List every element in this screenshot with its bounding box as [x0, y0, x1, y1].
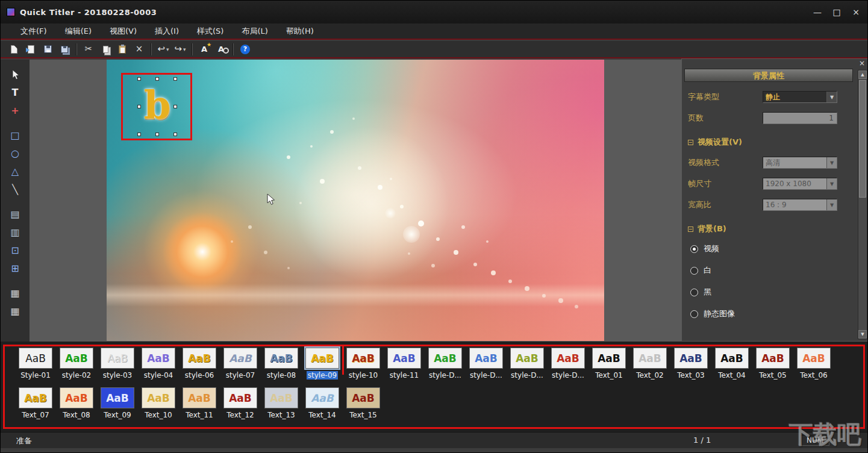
menu-help[interactable]: 帮助(H): [277, 23, 323, 39]
style-item[interactable]: AaBstyle-03: [97, 348, 138, 380]
style-thumbnail[interactable]: AaB: [510, 348, 544, 369]
dropdown-arrow-icon[interactable]: ▾: [183, 46, 186, 52]
style-item[interactable]: AaBText_05: [752, 348, 793, 380]
style-thumbnail[interactable]: AaB: [305, 387, 339, 408]
copy-button[interactable]: [98, 42, 113, 57]
style-thumbnail[interactable]: AaB: [797, 348, 831, 369]
cut-button[interactable]: ✂: [81, 42, 96, 57]
style-item[interactable]: AaBstyle-08: [261, 348, 302, 380]
dropdown-arrow-icon[interactable]: ▾: [166, 46, 169, 52]
style-item[interactable]: AaBstyle-10: [343, 348, 384, 380]
selection-handle[interactable]: [173, 105, 177, 108]
style-item[interactable]: AaBText_11: [179, 387, 220, 419]
style-thumbnail[interactable]: AaB: [387, 348, 421, 369]
style-item[interactable]: AaBText_04: [711, 348, 752, 380]
selection-handle[interactable]: [173, 133, 177, 136]
bring-front-tool[interactable]: ⊡: [5, 242, 25, 258]
new-document-button[interactable]: [6, 42, 22, 57]
panel-scrollbar[interactable]: ▲ ▼: [858, 70, 867, 339]
rectangle-tool[interactable]: □: [5, 127, 25, 143]
line-tool[interactable]: ╲: [5, 181, 25, 198]
menu-file[interactable]: 文件(F): [11, 23, 56, 39]
radio-black[interactable]: 黑: [690, 286, 868, 298]
style-item[interactable]: AaBstyle-11: [384, 348, 425, 380]
style-item[interactable]: AaBText_10: [138, 387, 179, 419]
help-button[interactable]: ?: [237, 42, 253, 57]
style-item[interactable]: AaBstyle-D...: [466, 348, 507, 380]
menu-view[interactable]: 视图(V): [101, 23, 146, 39]
style-thumbnail[interactable]: AaB: [19, 387, 52, 408]
section-video-settings[interactable]: 视频设置(V): [688, 137, 868, 148]
style-thumbnail[interactable]: AaB: [223, 387, 257, 408]
scrollbar-thumb[interactable]: [859, 80, 866, 198]
style-thumbnail[interactable]: AaB: [142, 387, 175, 408]
open-button[interactable]: [23, 42, 39, 57]
text-object-selection[interactable]: b: [140, 80, 175, 134]
panel-close-icon[interactable]: ×: [858, 59, 866, 67]
style-thumbnail[interactable]: AaB: [346, 348, 380, 369]
ellipse-tool[interactable]: ○: [5, 145, 25, 161]
selection-handle[interactable]: [173, 77, 177, 81]
style-thumbnail[interactable]: AaB: [223, 348, 257, 369]
text-tool[interactable]: T: [5, 84, 25, 101]
style-thumbnail[interactable]: AaB: [264, 387, 298, 408]
style-item[interactable]: AaBText_15: [343, 387, 384, 419]
style-thumbnail[interactable]: AaB: [19, 348, 52, 369]
chevron-down-icon[interactable]: ▼: [826, 92, 837, 102]
style-thumbnail[interactable]: AaB: [183, 348, 216, 369]
style-thumbnail[interactable]: AaB: [592, 348, 626, 369]
align-vertical-tool[interactable]: ▥: [5, 224, 25, 240]
section-background[interactable]: 背景(B): [688, 223, 868, 234]
style-thumbnail[interactable]: AaB: [428, 348, 462, 369]
undo-button[interactable]: ↩▾: [155, 42, 171, 57]
scroll-down-icon[interactable]: ▼: [858, 330, 867, 339]
scroll-up-icon[interactable]: ▲: [858, 70, 867, 79]
send-back-tool[interactable]: ⊞: [5, 260, 25, 276]
canvas[interactable]: b: [107, 60, 604, 341]
style-thumbnail[interactable]: AaB: [346, 387, 380, 408]
menu-style[interactable]: 样式(S): [188, 23, 233, 39]
selection-handle[interactable]: [137, 105, 141, 108]
radio-still-image[interactable]: 静态图像: [690, 308, 868, 320]
radio-white[interactable]: 白: [690, 264, 868, 276]
triangle-tool[interactable]: △: [5, 163, 25, 180]
style-thumbnail[interactable]: AaB: [756, 348, 790, 369]
collapse-icon[interactable]: [688, 140, 693, 145]
find-replace-button[interactable]: A: [213, 42, 229, 57]
align-horizontal-tool[interactable]: ▤: [5, 206, 25, 222]
style-thumbnail[interactable]: AaB: [264, 348, 298, 369]
paste-button[interactable]: [114, 42, 130, 57]
style-thumbnail[interactable]: AaB: [60, 387, 93, 408]
menu-edit[interactable]: 编辑(E): [56, 23, 101, 39]
style-item[interactable]: AaBText_02: [629, 348, 670, 380]
style-item[interactable]: AaBText_01: [589, 348, 629, 380]
style-thumbnail[interactable]: AaB: [715, 348, 749, 369]
close-button[interactable]: ×: [851, 7, 861, 17]
select-tool[interactable]: [5, 66, 25, 83]
style-item[interactable]: AaBText_14: [302, 387, 343, 419]
selection-handle[interactable]: [137, 133, 141, 136]
style-item[interactable]: AaBstyle-D...: [425, 348, 466, 380]
style-thumbnail[interactable]: AaB: [101, 348, 134, 369]
maximize-button[interactable]: □: [831, 7, 842, 17]
style-thumbnail[interactable]: AaB: [551, 348, 585, 369]
style-item[interactable]: AaBText_13: [261, 387, 302, 419]
style-library-button[interactable]: A: [196, 42, 212, 57]
save-button[interactable]: [40, 42, 55, 57]
style-item[interactable]: AaBText_03: [670, 348, 711, 380]
style-thumbnail[interactable]: AaB: [142, 348, 175, 369]
collapse-icon[interactable]: [688, 226, 693, 232]
style-item[interactable]: AaBstyle-06: [179, 348, 220, 380]
style-item[interactable]: AaBstyle-02: [56, 348, 97, 380]
minimize-button[interactable]: —: [812, 7, 823, 17]
style-thumbnail[interactable]: AaB: [469, 348, 503, 369]
radio-video[interactable]: 视频: [690, 243, 868, 255]
redo-button[interactable]: ↪▾: [172, 42, 188, 57]
subtitle-type-select[interactable]: 静止 ▼: [763, 91, 837, 103]
style-item[interactable]: AaBText_12: [220, 387, 261, 419]
selection-handle[interactable]: [155, 77, 159, 81]
table-tool[interactable]: ▦: [5, 303, 25, 319]
style-item[interactable]: AaBText_09: [97, 387, 138, 419]
menu-layout[interactable]: 布局(L): [233, 23, 276, 39]
save-as-button[interactable]: [57, 42, 72, 57]
